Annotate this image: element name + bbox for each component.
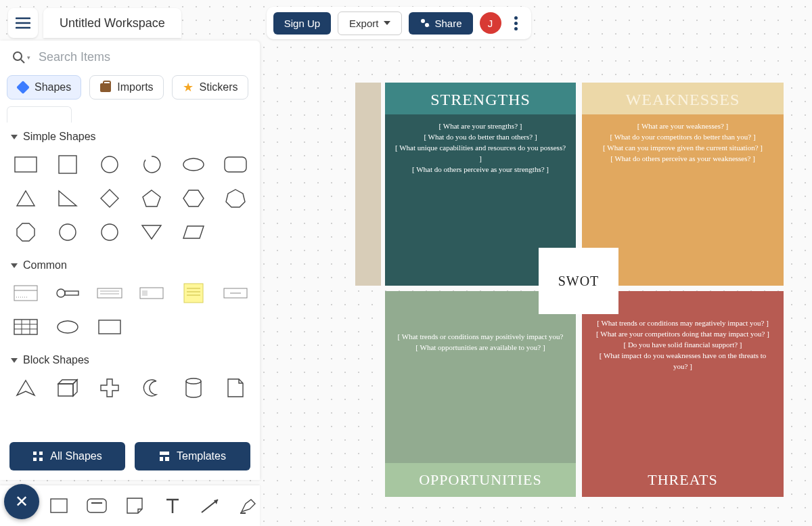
tool-card[interactable]	[85, 494, 108, 517]
search-icon[interactable]: ▾	[12, 51, 30, 64]
tool-rectangle[interactable]	[47, 494, 70, 517]
sub-tab[interactable]	[7, 106, 72, 123]
swot-strengths-title: STRENGTHS	[385, 83, 576, 114]
svg-point-10	[183, 158, 204, 171]
swot-diagram[interactable]: STRENGTHS [ What are your strengths? ] […	[355, 83, 785, 497]
tab-shapes-label: Shapes	[35, 81, 71, 93]
shape-arrowhead[interactable]	[7, 373, 45, 403]
svg-rect-8	[59, 156, 76, 173]
shape-circle[interactable]	[91, 150, 129, 179]
shape-hexagon[interactable]	[175, 183, 212, 213]
user-avatar[interactable]: J	[480, 12, 501, 34]
swot-threats-title: THREATS	[582, 463, 784, 497]
svg-rect-39	[14, 320, 37, 334]
section-simple-shapes[interactable]: Simple Shapes	[7, 125, 253, 148]
shape-donut-arc[interactable]	[133, 150, 171, 179]
shape-pentagon[interactable]	[133, 183, 171, 213]
shape-heptagon[interactable]	[217, 183, 254, 213]
shape-page-fold[interactable]	[217, 373, 254, 403]
shape-octagon[interactable]	[7, 217, 45, 247]
tool-arrow[interactable]	[199, 494, 222, 517]
briefcase-icon	[99, 81, 112, 93]
section-label: Common	[23, 259, 67, 271]
shape-keyboard[interactable]	[91, 278, 129, 308]
svg-marker-22	[183, 226, 204, 238]
workspace-title[interactable]: Untitled Workspace	[43, 8, 181, 38]
caret-down-icon	[11, 358, 18, 363]
close-panel-button[interactable]: ✕	[4, 484, 39, 519]
signup-button[interactable]: Sign Up	[273, 12, 331, 35]
templates-button[interactable]: Templates	[135, 442, 250, 470]
shape-parallelogram[interactable]	[175, 217, 212, 247]
svg-rect-45	[99, 320, 120, 334]
shape-oval[interactable]	[49, 312, 87, 342]
shape-rectangle[interactable]	[7, 150, 45, 179]
svg-point-3	[421, 19, 425, 23]
svg-line-6	[21, 60, 24, 63]
shape-crescent[interactable]	[133, 373, 171, 403]
svg-marker-18	[17, 223, 35, 241]
swot-opportunities[interactable]: [ What trends or conditions may positive…	[385, 291, 576, 497]
svg-marker-49	[73, 380, 77, 396]
export-button[interactable]: Export	[338, 12, 402, 35]
svg-point-20	[102, 224, 118, 240]
swot-threats[interactable]: [ What trends or conditions may negative…	[582, 291, 784, 497]
shape-cube[interactable]	[49, 373, 87, 403]
search-input[interactable]	[39, 50, 248, 64]
svg-rect-52	[33, 452, 37, 455]
swot-center-label[interactable]: SWOT	[541, 250, 616, 311]
svg-rect-59	[51, 499, 67, 512]
shape-rect2[interactable]	[91, 312, 129, 342]
tool-text[interactable]	[161, 494, 184, 517]
layout-icon	[159, 451, 170, 462]
shape-rounded-rect[interactable]	[217, 150, 254, 179]
tab-imports[interactable]: Imports	[89, 75, 163, 100]
shape-field[interactable]	[133, 278, 171, 308]
action-bar: Sign Up Export Share J	[267, 7, 531, 39]
share-button[interactable]: Share	[409, 12, 472, 35]
shape-right-triangle[interactable]	[49, 183, 87, 213]
shape-table[interactable]	[7, 312, 45, 342]
svg-rect-23	[14, 286, 37, 301]
shape-panel: ▾ Shapes Imports ★ Stickers Simple Shape…	[0, 41, 260, 480]
star-icon: ★	[182, 81, 194, 93]
shape-key[interactable]	[49, 278, 87, 308]
tool-sticky[interactable]	[123, 494, 146, 517]
svg-marker-17	[226, 190, 245, 207]
section-block-shapes[interactable]: Block Shapes	[7, 349, 253, 372]
all-shapes-button[interactable]: All Shapes	[9, 442, 125, 470]
svg-marker-16	[183, 190, 204, 206]
section-common[interactable]: Common	[7, 254, 253, 277]
shape-card-header[interactable]	[7, 278, 45, 308]
share-icon	[420, 18, 430, 28]
tab-stickers[interactable]: ★ Stickers	[172, 75, 248, 100]
svg-point-5	[14, 52, 22, 60]
shape-nonagon[interactable]	[49, 217, 87, 247]
swot-left-strip	[355, 83, 381, 286]
svg-rect-57	[160, 457, 163, 461]
more-menu-button[interactable]	[508, 16, 524, 30]
shape-square[interactable]	[49, 150, 87, 179]
chevron-down-icon	[384, 21, 390, 25]
tab-shapes[interactable]: Shapes	[7, 75, 81, 100]
svg-marker-15	[143, 190, 160, 206]
shape-cylinder[interactable]	[175, 373, 212, 403]
shape-label-box[interactable]	[217, 278, 254, 308]
menu-button[interactable]	[8, 8, 38, 38]
shape-cross[interactable]	[91, 373, 129, 403]
svg-rect-53	[39, 452, 43, 455]
svg-rect-56	[160, 452, 169, 455]
shape-sticky-note[interactable]	[175, 278, 212, 308]
shape-triangle[interactable]	[7, 183, 45, 213]
swot-opportunities-title: OPPORTUNITIES	[385, 463, 576, 497]
shape-diamond[interactable]	[91, 183, 129, 213]
top-bar: Untitled Workspace Sign Up Export Share …	[8, 8, 531, 38]
svg-rect-27	[65, 291, 78, 295]
shape-decagon[interactable]	[91, 217, 129, 247]
tool-highlighter[interactable]	[237, 494, 260, 517]
shape-ellipse[interactable]	[175, 150, 212, 179]
svg-marker-47	[58, 384, 73, 396]
swot-strengths-body: [ What are your strengths? ] [ What do y…	[385, 114, 576, 175]
share-label: Share	[434, 18, 461, 29]
shape-trapezoid-down[interactable]	[133, 217, 171, 247]
